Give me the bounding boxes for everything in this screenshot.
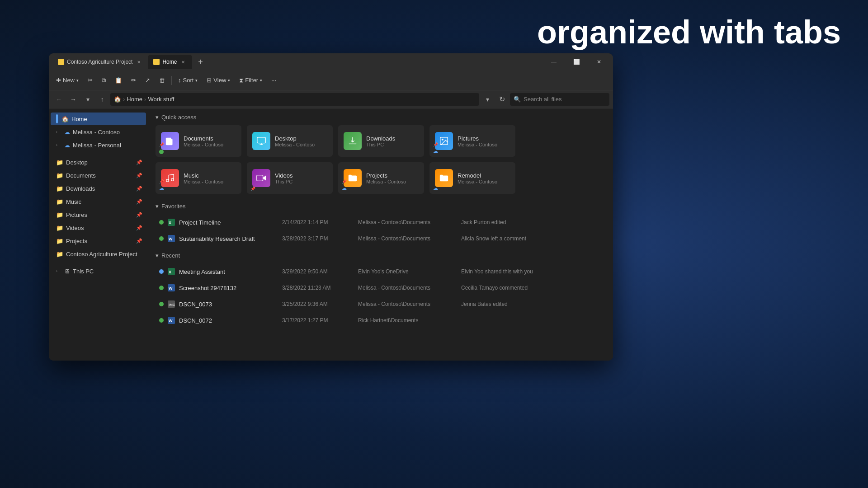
word-icon3: W (167, 316, 175, 324)
projects-folder-icon (344, 169, 362, 187)
sidebar-item-music[interactable]: 📁 Music 📌 (51, 195, 146, 208)
minimize-button[interactable]: — (543, 55, 564, 69)
sidebar-item-downloads[interactable]: 📁 Downloads 📌 (51, 182, 146, 195)
pin-badge5: 📌 (342, 179, 347, 184)
folder-card-music[interactable]: Music Melissa - Contoso ☁ 📌 (156, 162, 241, 194)
rename-button[interactable]: ✏ (127, 73, 140, 88)
sidebar-item-this-pc[interactable]: › 🖥 This PC (51, 265, 146, 277)
folder-card-downloads[interactable]: Downloads This PC (338, 125, 424, 157)
tab-agriculture[interactable]: Contoso Agriculture Project ✕ (52, 55, 148, 69)
copy-button[interactable]: ⧉ (98, 73, 109, 88)
forward-button[interactable]: → (67, 93, 80, 106)
sidebar-item-melissa-personal[interactable]: › ☁ Melissa - Personal (51, 139, 146, 151)
pictures-folder-icon (435, 132, 453, 150)
folder-card-projects[interactable]: Projects Melissa - Contoso ☁ 📌 (338, 162, 424, 194)
documents-card-name: Documents (184, 135, 223, 142)
excel-icon2: X (167, 267, 175, 276)
back-button[interactable]: ← (52, 93, 65, 106)
maximize-button[interactable]: ⬜ (566, 55, 587, 69)
favorites-list: X Project Timeline 2/14/2022 1:14 PM Mel… (156, 214, 606, 247)
remodel-card-sub: Melissa - Contoso (458, 179, 497, 184)
search-box[interactable]: 🔍 Search all files (510, 93, 609, 106)
sidebar-item-videos[interactable]: 📁 Videos 📌 (51, 221, 146, 234)
close-button[interactable]: ✕ (589, 55, 609, 69)
recent-header[interactable]: ▾ Recent (156, 252, 606, 259)
file-row-dscn-0073[interactable]: IMG DSCN_0073 3/25/2022 9:36 AM Melissa … (156, 296, 606, 312)
file-location: Rick Hartnett\Documents (358, 317, 458, 324)
folder-card-remodel[interactable]: Remodel Melissa - Contoso ☁ (429, 162, 515, 194)
file-date: 3/28/2022 11:23 AM (282, 285, 354, 291)
pictures-card-name: Pictures (458, 135, 497, 142)
tab-agriculture-label: Contoso Agriculture Project (67, 59, 132, 65)
folder-icon-gray: 📁 (56, 251, 63, 258)
file-row-sustainability[interactable]: W Sustainability Research Draft 3/28/202… (156, 230, 606, 247)
melissa-personal-label: Melissa - Personal (73, 142, 121, 149)
sidebar-item-home[interactable]: 🏠 Home (51, 113, 146, 125)
pin-icon: 📌 (136, 225, 142, 231)
svg-text:W: W (169, 286, 173, 291)
word-icon: W (167, 235, 175, 243)
quick-access-header[interactable]: ▾ Quick access (156, 114, 606, 121)
svg-rect-6 (257, 175, 263, 181)
filter-button[interactable]: ⧗ Filter ▾ (236, 73, 266, 88)
folder-icon: 📁 (56, 211, 63, 218)
svg-text:W: W (169, 319, 173, 323)
view-button[interactable]: ⊞ View ▾ (203, 73, 234, 88)
file-activity: Cecilia Tamayo commented (461, 285, 602, 291)
new-button[interactable]: ✚ New ▾ (52, 73, 82, 88)
quick-access-label: Quick access (161, 114, 196, 121)
melissa-contoso-label: Melissa - Contoso (73, 129, 120, 136)
file-row-screenshot[interactable]: W Screenshot 29478132 3/28/2022 11:23 AM… (156, 280, 606, 296)
file-row-dscn-0072[interactable]: W DSCN_0072 3/17/2022 1:27 PM Rick Hartn… (156, 312, 606, 328)
recent-locations-button[interactable]: ▾ (81, 93, 94, 106)
recent-list: X Meeting Assistant 3/29/2022 9:50 AM El… (156, 263, 606, 328)
sidebar-item-contoso-agri[interactable]: 📁 Contoso Agriculture Project (51, 248, 146, 260)
pin-icon: 📌 (136, 238, 142, 244)
sidebar-item-desktop[interactable]: 📁 Desktop 📌 (51, 156, 146, 169)
folder-tab-icon (58, 59, 64, 65)
file-activity: Jack Purton edited (461, 219, 602, 225)
remodel-folder-icon (435, 169, 453, 187)
headline: organized with tabs (537, 14, 841, 51)
sidebar-item-projects[interactable]: 📁 Projects 📌 (51, 235, 146, 247)
location-dropdown-button[interactable]: ▾ (481, 93, 494, 106)
breadcrumb[interactable]: 🏠 › Home › Work stuff (110, 93, 479, 106)
toolbar-separator (171, 76, 172, 85)
file-location: Melissa - Contoso\Documents (358, 219, 458, 225)
file-row-meeting-assistant[interactable]: X Meeting Assistant 3/29/2022 9:50 AM El… (156, 263, 606, 280)
up-button[interactable]: ↑ (96, 93, 108, 106)
sort-button[interactable]: ↕ Sort ▾ (175, 73, 201, 88)
sort-label: Sort (183, 77, 194, 84)
tab-agriculture-close[interactable]: ✕ (135, 58, 142, 66)
sidebar-contoso-agri-label: Contoso Agriculture Project (66, 251, 137, 258)
folder-card-pictures[interactable]: Pictures Melissa - Contoso ☁ 📌 (429, 125, 515, 157)
share-button[interactable]: ↗ (142, 73, 154, 88)
downloads-card-sub: This PC (366, 142, 395, 147)
file-name: Meeting Assistant (179, 268, 278, 275)
refresh-button[interactable]: ↻ (495, 93, 508, 106)
sidebar-item-documents[interactable]: 📁 Documents 📌 (51, 169, 146, 182)
folder-card-documents[interactable]: Documents Melissa - Contoso 📌 (156, 125, 241, 157)
file-activity: Alicia Snow left a comment (461, 235, 602, 242)
sidebar-item-melissa-contoso[interactable]: › ☁ Melissa - Contoso (51, 126, 146, 138)
tab-home-close[interactable]: ✕ (179, 58, 187, 66)
folder-card-videos[interactable]: Videos This PC 📌 (247, 162, 333, 194)
breadcrumb-work-stuff[interactable]: Work stuff (148, 96, 174, 103)
tab-home[interactable]: Home ✕ (148, 55, 192, 69)
sidebar-item-pictures[interactable]: 📁 Pictures 📌 (51, 208, 146, 221)
sidebar-projects-label: Projects (66, 238, 87, 244)
add-tab-button[interactable]: + (194, 56, 207, 68)
delete-button[interactable]: 🗑 (156, 73, 169, 88)
cut-button[interactable]: ✂ (84, 73, 96, 88)
more-button[interactable]: ··· (268, 73, 280, 88)
favorites-header[interactable]: ▾ Favorites (156, 203, 606, 210)
excel-icon: X (167, 218, 175, 226)
toolbar: ✚ New ▾ ✂ ⧉ 📋 ✏ ↗ 🗑 ↕ Sort ▾ ⊞ View ▾ ⧗ … (49, 70, 613, 90)
breadcrumb-home[interactable]: Home (127, 96, 142, 103)
folder-card-desktop[interactable]: Desktop Melissa - Contoso (247, 125, 333, 157)
paste-button[interactable]: 📋 (111, 73, 126, 88)
cloud-badge2: ☁ (159, 185, 164, 191)
file-row-project-timeline[interactable]: X Project Timeline 2/14/2022 1:14 PM Mel… (156, 214, 606, 230)
home-tab-icon (153, 59, 160, 65)
videos-card-info: Videos This PC (275, 172, 293, 184)
